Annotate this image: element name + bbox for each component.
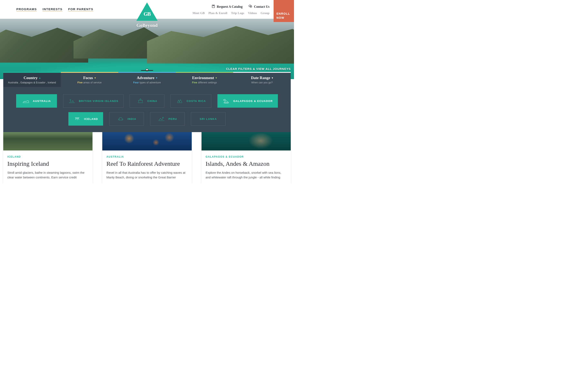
country-galapagos[interactable]: GALAPAGOS & ECUADOR xyxy=(217,94,278,108)
card-image xyxy=(3,131,93,150)
card-galapagos[interactable]: GALAPAGOS & ECUADOR Islands, Andes & Ama… xyxy=(201,131,291,184)
nav-interests[interactable]: INTERESTS xyxy=(43,7,62,11)
card-image xyxy=(102,131,191,150)
card-title: Inspiring Iceland xyxy=(7,160,88,167)
svg-point-5 xyxy=(163,117,164,118)
nav-videos[interactable]: Videos xyxy=(248,11,257,15)
logo-initials: GB xyxy=(142,11,152,17)
country-label: COSTA RICA xyxy=(187,100,206,103)
tab-adventure-subtitle: types of adventure xyxy=(139,81,161,84)
country-row-1: AUSTRALIA BRITISH VIRGIN ISLANDS CHINA C… xyxy=(9,94,285,108)
country-peru[interactable]: PERU xyxy=(150,112,185,125)
tab-country-title: Country xyxy=(24,76,38,80)
card-title: Reef To Rainforest Adventure xyxy=(106,160,187,167)
secondary-nav: Meet GB Plan & Enroll Trip Logs Videos G… xyxy=(192,11,269,15)
country-label: CHINA xyxy=(147,100,157,103)
contact-us-link[interactable]: Contact Us xyxy=(248,4,269,9)
filter-tabs: Country▴ Australia , Galapagos & Ecuador… xyxy=(3,72,291,87)
chevron-down-icon: ▾ xyxy=(95,76,96,80)
utility-nav: Request A Catalog Contact Us xyxy=(212,4,269,9)
tab-date-range-subtitle: When can you go? xyxy=(251,81,273,84)
galapagos-icon xyxy=(223,98,230,104)
peru-icon xyxy=(158,116,165,122)
request-catalog-link[interactable]: Request A Catalog xyxy=(212,4,242,9)
country-label: GALAPAGOS & ECUADOR xyxy=(233,100,273,103)
card-description: Stroll amid glaciers, bathe in steaming … xyxy=(7,170,88,180)
costa-rica-icon xyxy=(176,98,183,104)
card-australia[interactable]: AUSTRALIA Reef To Rainforest Adventure R… xyxy=(102,131,191,184)
country-label: INDIA xyxy=(128,117,136,120)
card-tag: AUSTRALIA xyxy=(106,155,187,158)
nav-group[interactable]: Group xyxy=(260,11,269,15)
tab-country-subtitle: Australia , Galapagos & Ecuador , Icelan… xyxy=(8,81,56,84)
card-description: Revel in all that Australia has to offer… xyxy=(106,170,187,180)
tab-date-range-title: Date Range xyxy=(251,76,270,80)
svg-rect-1 xyxy=(213,6,214,6)
card-tag: GALAPAGOS & ECUADOR xyxy=(206,155,287,158)
card-tag: ICELAND xyxy=(7,155,88,158)
catalog-icon xyxy=(212,4,215,9)
country-india[interactable]: INDIA xyxy=(109,112,144,125)
nav-trip-logs[interactable]: Trip Logs xyxy=(231,11,244,15)
bvi-icon xyxy=(68,98,76,104)
country-australia[interactable]: AUSTRALIA xyxy=(16,94,57,108)
country-sri-lanka[interactable]: SRI LANKA xyxy=(191,112,226,125)
nav-plan-enroll[interactable]: Plan & Enroll xyxy=(208,11,227,15)
card-iceland[interactable]: ICELAND Inspiring Iceland Stroll amid gl… xyxy=(3,131,93,184)
clear-filters-link[interactable]: CLEAR FILTERS & VIEW ALL JOURNEYS xyxy=(226,67,291,71)
svg-point-4 xyxy=(224,99,225,101)
china-icon xyxy=(137,98,144,104)
country-china[interactable]: CHINA xyxy=(130,94,164,108)
country-costa-rica[interactable]: COSTA RICA xyxy=(171,94,211,108)
request-catalog-label: Request A Catalog xyxy=(217,5,242,8)
nav-programs[interactable]: PROGRAMS xyxy=(16,7,37,11)
chat-icon xyxy=(248,4,252,9)
country-label: SRI LANKA xyxy=(200,117,217,120)
tab-adventure[interactable]: Adventure▾ Four types of adventure xyxy=(118,72,176,87)
tab-adventure-title: Adventure xyxy=(137,76,154,80)
enroll-now-button[interactable]: ENROLL NOW xyxy=(274,0,294,22)
tab-environment-title: Environment xyxy=(192,76,214,80)
journey-cards: ICELAND Inspiring Iceland Stroll amid gl… xyxy=(3,131,291,184)
country-label: PERU xyxy=(168,117,177,120)
nav-for-parents[interactable]: FOR PARENTS xyxy=(68,7,93,11)
tab-environment-highlight: Five xyxy=(192,81,197,84)
contact-us-label: Contact Us xyxy=(254,5,269,8)
svg-rect-0 xyxy=(212,5,215,8)
iceland-icon xyxy=(73,116,81,122)
nav-meet-gb[interactable]: Meet GB xyxy=(192,11,205,15)
country-bvi[interactable]: BRITISH VIRGIN ISLANDS xyxy=(63,94,123,108)
tab-environment-subtitle: different settings xyxy=(197,81,217,84)
logo-text: GoBeyond xyxy=(136,23,158,28)
country-label: ICELAND xyxy=(84,117,98,120)
tab-environment[interactable]: Environment▾ Five different settings xyxy=(176,72,233,87)
card-title: Islands, Andes & Amazon xyxy=(206,160,287,167)
logo[interactable]: GB GoBeyond xyxy=(136,2,158,28)
country-label: AUSTRALIA xyxy=(33,100,51,103)
country-filter-panel: AUSTRALIA BRITISH VIRGIN ISLANDS CHINA C… xyxy=(3,87,291,132)
tab-focus-subtitle: areas of service xyxy=(82,81,102,84)
logo-triangle-icon: GB xyxy=(136,2,158,21)
tab-focus[interactable]: Focus▾ Five areas of service xyxy=(61,72,118,87)
chevron-down-icon: ▾ xyxy=(216,76,217,80)
primary-nav: PROGRAMS INTERESTS FOR PARENTS xyxy=(0,7,93,11)
tab-date-range[interactable]: Date Range▾ When can you go? xyxy=(233,72,291,87)
chevron-down-icon: ▾ xyxy=(272,76,273,80)
tab-country[interactable]: Country▴ Australia , Galapagos & Ecuador… xyxy=(3,72,61,87)
tab-adventure-highlight: Four xyxy=(133,81,139,84)
tab-focus-highlight: Five xyxy=(77,81,82,84)
card-description: Explore the Andes on horseback, snorkel … xyxy=(206,170,287,180)
australia-icon xyxy=(22,98,30,104)
india-icon xyxy=(117,116,124,122)
tab-focus-title: Focus xyxy=(83,76,93,80)
card-image xyxy=(201,131,291,150)
country-iceland[interactable]: ICELAND xyxy=(68,112,103,125)
chevron-down-icon: ▾ xyxy=(156,76,157,80)
country-row-2: ICELAND INDIA PERU SRI LANKA xyxy=(9,112,285,125)
chevron-up-icon: ▴ xyxy=(39,76,40,80)
country-label: BRITISH VIRGIN ISLANDS xyxy=(79,100,118,103)
